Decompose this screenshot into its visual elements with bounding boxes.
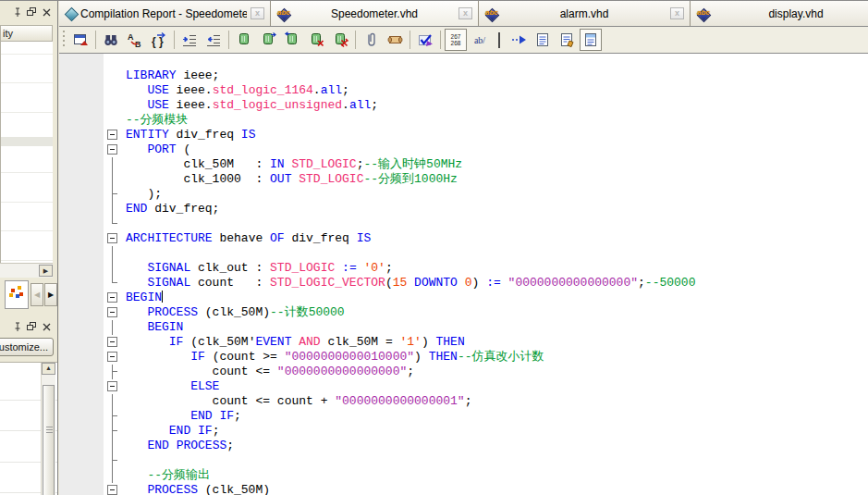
code-text[interactable]: ); bbox=[124, 187, 162, 202]
code-line-29[interactable]: 29 --分频输出 bbox=[59, 468, 868, 483]
code-line-25[interactable]: 25 END IF; bbox=[59, 409, 868, 424]
hierarchy-horizontal-scrollbar[interactable]: ▶ bbox=[0, 263, 53, 278]
code-line-27[interactable]: 27 END PROCESS; bbox=[59, 439, 868, 453]
code-text[interactable]: IF (clk_50M'EVENT AND clk_50M = '1') THE… bbox=[124, 335, 465, 350]
tab-compilation-report-speedometer[interactable]: Compilation Report - Speedometerx bbox=[59, 1, 271, 26]
code-text[interactable]: clk_1000 : OUT STD_LOGIC--分频到1000Hz bbox=[124, 172, 458, 187]
restore-icon[interactable] bbox=[26, 321, 38, 332]
code-text[interactable]: PORT ( bbox=[124, 142, 190, 157]
fold-margin[interactable] bbox=[104, 261, 124, 276]
fold-margin[interactable] bbox=[104, 335, 124, 350]
insert-template-icon[interactable] bbox=[384, 29, 406, 51]
tab-display-vhd[interactable]: abcdisplay.vhd bbox=[691, 1, 868, 26]
fold-margin[interactable] bbox=[104, 246, 124, 261]
insert-bookmark-icon[interactable] bbox=[233, 29, 255, 51]
scrollbar-thumb[interactable] bbox=[43, 385, 55, 495]
fold-margin[interactable] bbox=[104, 68, 124, 83]
code-line-5[interactable]: 5--分频模块 bbox=[59, 113, 868, 128]
code-text[interactable]: END div_freq; bbox=[124, 202, 219, 217]
fold-collapse-icon[interactable] bbox=[107, 233, 117, 243]
fold-margin[interactable] bbox=[104, 424, 124, 439]
code-text[interactable]: USE ieee.std_logic_unsigned.all; bbox=[124, 98, 378, 113]
code-line-11[interactable]: 11END div_freq; bbox=[59, 202, 868, 217]
tasks-list[interactable]: ▲ bbox=[0, 362, 57, 495]
fold-margin[interactable] bbox=[104, 409, 124, 424]
document-edit-icon[interactable] bbox=[556, 29, 578, 51]
code-line-4[interactable]: 4 USE ieee.std_logic_unsigned.all; bbox=[59, 98, 868, 113]
code-text[interactable] bbox=[124, 246, 126, 261]
fold-margin[interactable] bbox=[104, 157, 124, 172]
code-line-26[interactable]: 26 END IF; bbox=[59, 424, 868, 439]
fold-collapse-icon[interactable] bbox=[107, 307, 117, 317]
code-editor[interactable]: 12LIBRARY ieee;3 USE ieee.std_logic_1164… bbox=[59, 54, 868, 495]
toolbar-grip[interactable] bbox=[63, 31, 65, 49]
pin-icon[interactable] bbox=[11, 321, 23, 332]
tab-close-icon[interactable]: x bbox=[458, 7, 472, 19]
code-text[interactable]: clk_50M : IN STD_LOGIC;--输入时钟50MHz bbox=[124, 157, 462, 172]
fold-margin[interactable] bbox=[104, 142, 124, 157]
code-text[interactable]: ENTITY div_freq IS bbox=[124, 128, 255, 142]
previous-bookmark-icon[interactable] bbox=[281, 29, 303, 51]
find-matching-delimiter-icon[interactable]: { } bbox=[148, 29, 170, 51]
tab-close-icon[interactable]: x bbox=[251, 7, 264, 19]
code-text[interactable]: END IF; bbox=[124, 424, 219, 439]
fold-collapse-icon[interactable] bbox=[107, 352, 117, 362]
code-line-17[interactable]: 17BEGIN bbox=[59, 291, 868, 305]
code-line-16[interactable]: 16 SIGNAL count : STD_LOGIC_VECTOR(15 DO… bbox=[59, 276, 868, 291]
fold-margin[interactable] bbox=[104, 83, 124, 98]
fold-margin[interactable] bbox=[104, 468, 124, 483]
document-header-icon[interactable] bbox=[580, 29, 602, 51]
code-text[interactable]: END PROCESS; bbox=[124, 439, 234, 453]
code-line-7[interactable]: 7 PORT ( bbox=[59, 142, 868, 157]
code-line-6[interactable]: 6ENTITY div_freq IS bbox=[59, 128, 868, 142]
code-text[interactable]: --分频模块 bbox=[124, 113, 189, 128]
fold-margin[interactable] bbox=[104, 217, 124, 231]
scroll-up-icon[interactable]: ▲ bbox=[42, 363, 55, 375]
increase-indent-icon[interactable] bbox=[178, 29, 201, 51]
code-text[interactable]: LIBRARY ieee; bbox=[124, 68, 219, 83]
fold-margin[interactable] bbox=[104, 113, 124, 128]
fold-margin[interactable] bbox=[104, 231, 124, 246]
code-text[interactable]: USE ieee.std_logic_1164.all; bbox=[124, 83, 349, 98]
next-bookmark-icon[interactable] bbox=[257, 29, 279, 51]
fold-margin[interactable] bbox=[104, 291, 124, 305]
fold-margin[interactable] bbox=[104, 54, 124, 68]
replace-icon[interactable]: AB bbox=[124, 29, 146, 51]
delete-bookmark-icon[interactable] bbox=[305, 29, 327, 51]
pin-icon[interactable] bbox=[11, 6, 23, 18]
code-text[interactable]: count <= count + "0000000000000001"; bbox=[124, 394, 472, 409]
close-icon[interactable] bbox=[41, 321, 53, 332]
code-text[interactable] bbox=[124, 453, 126, 468]
code-line-1[interactable]: 1 bbox=[59, 54, 868, 68]
tab-alarm-vhd[interactable]: abcalarm.vhdx bbox=[479, 1, 691, 26]
close-icon[interactable] bbox=[41, 6, 53, 18]
code-line-22[interactable]: 22 count <= "0000000000000000"; bbox=[59, 365, 868, 379]
code-text[interactable]: SIGNAL count : STD_LOGIC_VECTOR(15 DOWNT… bbox=[124, 276, 695, 291]
design-units-tab[interactable] bbox=[5, 280, 29, 309]
tabs-scroll-right-button[interactable]: ▶ bbox=[44, 283, 57, 306]
fold-margin[interactable] bbox=[104, 187, 124, 202]
entity-column-header[interactable]: ity bbox=[0, 25, 53, 42]
scroll-right-icon[interactable]: ▶ bbox=[39, 265, 53, 277]
fold-collapse-icon[interactable] bbox=[107, 130, 117, 140]
hierarchy-tree[interactable] bbox=[0, 42, 53, 263]
code-text[interactable]: PROCESS (clk_50M)--计数50000 bbox=[124, 305, 345, 320]
code-text[interactable]: BEGIN bbox=[124, 320, 183, 335]
fold-margin[interactable] bbox=[104, 305, 124, 320]
tab-close-icon[interactable]: x bbox=[670, 7, 684, 19]
code-line-21[interactable]: 21 IF (count >= "0000000000010000") THEN… bbox=[59, 350, 868, 365]
code-line-28[interactable]: 28 bbox=[59, 453, 868, 468]
restore-icon[interactable] bbox=[26, 6, 38, 18]
code-line-9[interactable]: 9 clk_1000 : OUT STD_LOGIC--分频到1000Hz bbox=[59, 172, 868, 187]
code-line-2[interactable]: 2LIBRARY ieee; bbox=[59, 68, 868, 83]
fold-margin[interactable] bbox=[104, 202, 124, 217]
document-plain-icon[interactable] bbox=[532, 29, 554, 51]
show-line-numbers-icon[interactable]: 267268 bbox=[445, 29, 467, 51]
comment-toggle-icon[interactable]: ab/ bbox=[469, 29, 491, 51]
code-text[interactable]: ARCHITECTURE behave OF div_freq IS bbox=[124, 231, 371, 246]
code-text[interactable]: SIGNAL clk_out : STD_LOGIC := '0'; bbox=[124, 261, 393, 276]
code-text[interactable] bbox=[124, 54, 126, 68]
fold-margin[interactable] bbox=[104, 439, 124, 453]
code-text[interactable]: END IF; bbox=[124, 409, 241, 424]
insert-file-icon[interactable] bbox=[360, 29, 382, 51]
